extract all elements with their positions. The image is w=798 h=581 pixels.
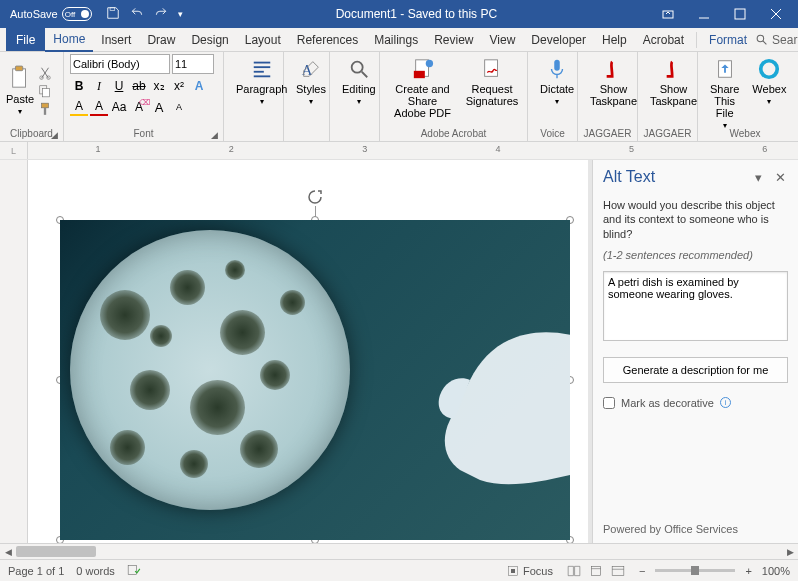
alt-text-input[interactable] bbox=[603, 271, 788, 341]
italic-button[interactable]: I bbox=[90, 77, 108, 95]
rotate-handle-icon[interactable] bbox=[306, 188, 324, 206]
close-icon[interactable] bbox=[758, 0, 794, 28]
tab-acrobat[interactable]: Acrobat bbox=[635, 29, 692, 51]
highlight-button[interactable]: A bbox=[70, 98, 88, 116]
document-pane bbox=[0, 160, 592, 543]
svg-rect-24 bbox=[413, 71, 424, 78]
title-bar: AutoSave Off ▾ Document1 - Saved to this… bbox=[0, 0, 798, 28]
create-share-pdf-button[interactable]: Create and Share Adobe PDF bbox=[386, 54, 459, 127]
maximize-icon[interactable] bbox=[722, 0, 758, 28]
scroll-left-icon[interactable]: ◀ bbox=[0, 544, 16, 559]
bold-button[interactable]: B bbox=[70, 77, 88, 95]
search-icon bbox=[755, 33, 768, 46]
info-icon[interactable]: i bbox=[720, 397, 731, 408]
format-painter-icon[interactable] bbox=[38, 102, 52, 116]
svg-rect-14 bbox=[42, 103, 49, 108]
redo-icon[interactable] bbox=[154, 6, 168, 23]
document-page[interactable] bbox=[28, 160, 588, 543]
tab-design[interactable]: Design bbox=[183, 29, 236, 51]
clear-format-button[interactable]: A⌫ bbox=[130, 98, 148, 116]
pane-close-icon[interactable]: ✕ bbox=[772, 169, 788, 185]
tab-references[interactable]: References bbox=[289, 29, 366, 51]
minimize-icon[interactable] bbox=[686, 0, 722, 28]
tab-view[interactable]: View bbox=[482, 29, 524, 51]
tab-home[interactable]: Home bbox=[45, 28, 93, 52]
selected-image[interactable] bbox=[60, 220, 570, 540]
tab-developer[interactable]: Developer bbox=[523, 29, 594, 51]
cut-icon[interactable] bbox=[38, 66, 52, 80]
font-family-input[interactable] bbox=[70, 54, 170, 74]
copy-icon[interactable] bbox=[38, 84, 52, 98]
file-tab[interactable]: File bbox=[6, 28, 45, 51]
read-mode-icon[interactable] bbox=[563, 562, 585, 580]
save-icon[interactable] bbox=[106, 6, 120, 23]
font-size-input[interactable] bbox=[172, 54, 214, 74]
group-font-label: Font bbox=[64, 126, 223, 141]
styles-button[interactable]: AStyles▾ bbox=[290, 54, 332, 127]
tab-help[interactable]: Help bbox=[594, 29, 635, 51]
tab-format[interactable]: Format bbox=[701, 29, 755, 51]
superscript-button[interactable]: x² bbox=[170, 77, 188, 95]
autosave-label: AutoSave bbox=[10, 8, 58, 20]
group-jaggaer1-label: JAGGAER bbox=[578, 126, 637, 141]
tab-mailings[interactable]: Mailings bbox=[366, 29, 426, 51]
svg-rect-30 bbox=[128, 565, 136, 574]
undo-icon[interactable] bbox=[130, 6, 144, 23]
vertical-ruler[interactable] bbox=[0, 160, 28, 543]
tab-layout[interactable]: Layout bbox=[237, 29, 289, 51]
tab-insert[interactable]: Insert bbox=[93, 29, 139, 51]
show-taskpane-1-button[interactable]: Show Taskpane bbox=[584, 54, 643, 127]
zoom-level[interactable]: 100% bbox=[762, 565, 790, 577]
strike-button[interactable]: ab bbox=[130, 77, 148, 95]
zoom-slider[interactable] bbox=[655, 569, 735, 572]
text-effects-button[interactable]: A bbox=[190, 77, 208, 95]
clipboard-launcher-icon[interactable]: ◢ bbox=[51, 130, 61, 140]
svg-rect-9 bbox=[15, 66, 22, 71]
generate-description-button[interactable]: Generate a description for me bbox=[603, 357, 788, 383]
spellcheck-icon[interactable] bbox=[127, 563, 141, 579]
svg-line-22 bbox=[362, 72, 368, 78]
paste-button[interactable]: Paste ▾ bbox=[6, 54, 34, 127]
svg-line-7 bbox=[763, 41, 766, 44]
scroll-thumb[interactable] bbox=[16, 546, 96, 557]
autosave-toggle[interactable]: Off bbox=[62, 7, 92, 21]
dictate-button[interactable]: Dictate▾ bbox=[534, 54, 580, 127]
word-count[interactable]: 0 words bbox=[76, 565, 115, 577]
underline-button[interactable]: U bbox=[110, 77, 128, 95]
zoom-out-button[interactable]: − bbox=[639, 565, 645, 577]
mark-decorative-checkbox[interactable]: Mark as decorative i bbox=[603, 397, 788, 409]
ribbon: Paste ▾ Clipboard ◢ B I U bbox=[0, 52, 798, 142]
svg-rect-27 bbox=[554, 60, 560, 71]
print-layout-icon[interactable] bbox=[585, 562, 607, 580]
font-color-button[interactable]: A bbox=[90, 98, 108, 116]
font-launcher-icon[interactable]: ◢ bbox=[211, 130, 221, 140]
svg-point-29 bbox=[761, 61, 778, 78]
tab-draw[interactable]: Draw bbox=[139, 29, 183, 51]
svg-rect-8 bbox=[13, 69, 26, 87]
svg-rect-3 bbox=[735, 9, 745, 19]
svg-rect-33 bbox=[591, 566, 600, 575]
svg-point-25 bbox=[425, 60, 432, 67]
tab-review[interactable]: Review bbox=[426, 29, 481, 51]
editing-button[interactable]: Editing▾ bbox=[336, 54, 382, 127]
change-case-button[interactable]: Aa bbox=[110, 98, 128, 116]
webex-button[interactable]: Webex▾ bbox=[749, 54, 789, 135]
request-signatures-button[interactable]: Request Signatures bbox=[463, 54, 521, 127]
autosave-control[interactable]: AutoSave Off bbox=[10, 7, 92, 21]
web-layout-icon[interactable] bbox=[607, 562, 629, 580]
pane-options-icon[interactable]: ▾ bbox=[750, 169, 766, 185]
quick-access-toolbar: ▾ bbox=[106, 6, 183, 23]
share-file-button[interactable]: Share This File▾ bbox=[704, 54, 745, 135]
horizontal-scrollbar[interactable]: ◀ ▶ bbox=[0, 543, 798, 559]
grow-font-button[interactable]: A bbox=[150, 98, 168, 116]
scroll-right-icon[interactable]: ▶ bbox=[782, 544, 798, 559]
focus-mode-button[interactable]: Focus bbox=[507, 565, 553, 577]
zoom-in-button[interactable]: + bbox=[745, 565, 751, 577]
subscript-button[interactable]: x₂ bbox=[150, 77, 168, 95]
shrink-font-button[interactable]: A bbox=[170, 98, 188, 116]
search-box[interactable]: Search bbox=[755, 33, 798, 47]
ribbon-display-icon[interactable] bbox=[650, 0, 686, 28]
page-count[interactable]: Page 1 of 1 bbox=[8, 565, 64, 577]
show-taskpane-2-button[interactable]: Show Taskpane bbox=[644, 54, 703, 127]
content-area: Alt Text ▾ ✕ How would you describe this… bbox=[0, 160, 798, 543]
